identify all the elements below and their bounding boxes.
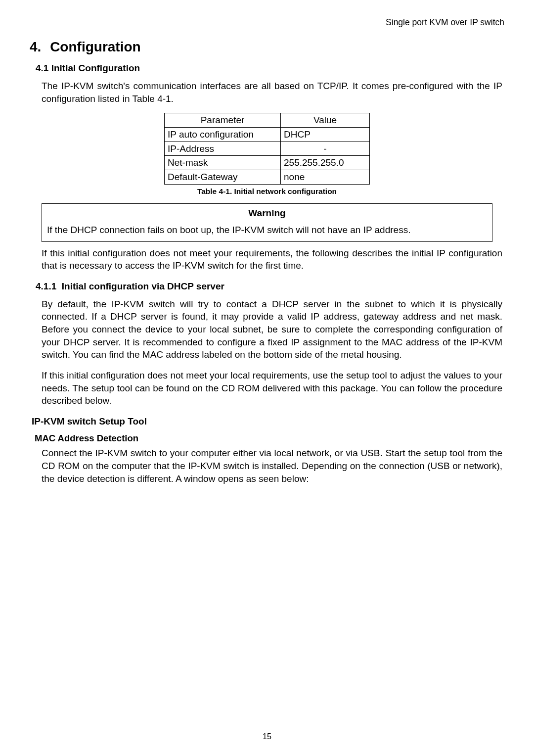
- warning-title: Warning: [47, 207, 487, 220]
- table-header-value: Value: [281, 113, 370, 128]
- page-number: 15: [0, 731, 534, 742]
- mac-detection-paragraph: Connect the IP-KVM switch to your comput…: [42, 447, 502, 485]
- subsection-title: Initial Configuration: [51, 63, 140, 73]
- after-warning-paragraph: If this initial configuration does not m…: [42, 247, 502, 272]
- table-cell-parameter: IP auto configuration: [165, 127, 281, 142]
- table-cell-value: 255.255.255.0: [281, 156, 370, 170]
- table-row: IP-Address -: [165, 142, 370, 156]
- section-number: 4.: [30, 39, 41, 54]
- table-header-parameter: Parameter: [165, 113, 281, 128]
- subsubsection-title: Initial configuration via DHCP server: [62, 281, 224, 291]
- dhcp-paragraph-2: If this initial configuration does not m…: [42, 369, 502, 407]
- table-cell-value: none: [281, 170, 370, 184]
- dhcp-paragraph-1: By default, the IP-KVM switch will try t…: [42, 298, 502, 361]
- table-row: Net-mask 255.255.255.0: [165, 156, 370, 170]
- subsection-number: 4.1: [36, 63, 48, 73]
- section-heading: 4. Configuration: [30, 38, 504, 56]
- table-row: IP auto configuration DHCP: [165, 127, 370, 142]
- table-cell-parameter: Default-Gateway: [165, 170, 281, 184]
- table-header-row: Parameter Value: [165, 113, 370, 128]
- table-caption: Table 4-1. Initial network configuration: [30, 187, 504, 197]
- page-header-right: Single port KVM over IP switch: [30, 17, 504, 29]
- table-row: Default-Gateway none: [165, 170, 370, 184]
- warning-box: Warning If the DHCP connection fails on …: [42, 203, 492, 241]
- setup-tool-heading: IP-KVM switch Setup Tool: [32, 415, 504, 428]
- network-config-table: Parameter Value IP auto configuration DH…: [164, 113, 370, 184]
- table-cell-parameter: IP-Address: [165, 142, 281, 156]
- warning-text: If the DHCP connection fails on boot up,…: [47, 224, 487, 236]
- intro-paragraph: The IP-KVM switch's communication interf…: [42, 80, 502, 105]
- table-cell-parameter: Net-mask: [165, 156, 281, 170]
- subsubsection-number: 4.1.1: [36, 281, 56, 291]
- table-cell-value: DHCP: [281, 127, 370, 142]
- table-cell-value: -: [281, 142, 370, 156]
- subsection-heading: 4.1 Initial Configuration: [36, 62, 504, 75]
- subsubsection-heading: 4.1.1 Initial configuration via DHCP ser…: [36, 280, 504, 293]
- section-title-text: Configuration: [50, 39, 141, 54]
- mac-detection-heading: MAC Address Detection: [35, 432, 504, 445]
